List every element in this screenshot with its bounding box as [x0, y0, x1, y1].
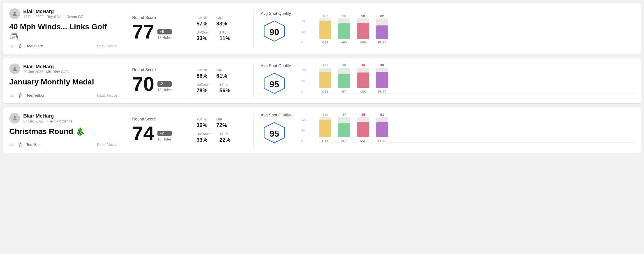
chart-bar-group: 87 APP [338, 117, 350, 143]
holes-text: 18 Holes [158, 88, 172, 92]
chart-section: 100 50 0 110 OTT 87 [306, 113, 635, 147]
gir-value: 83% [216, 20, 227, 27]
one-putt-stat: 1 Putt 56% [220, 83, 230, 94]
one-putt-stat: 1 Putt 22% [220, 132, 230, 143]
bag-icon: 🏌️ [18, 44, 23, 49]
weather-icon: ☁️ [9, 142, 14, 147]
bar-value: 107 [322, 14, 328, 18]
chart-bar-group: 98 ARG [357, 18, 369, 44]
holes-text: 18 Holes [158, 137, 172, 141]
user-info: Blair McHarg 29 Jan 2022 · Mill Ride GCC [9, 64, 118, 74]
updown-value: 33% [196, 35, 210, 41]
round-left-section: Blair McHarg 12 Feb 2022 · Royal North D… [9, 8, 118, 49]
quality-label: Avg Shot Quality [261, 64, 291, 68]
chart-bar-group: 107 OTT [320, 18, 331, 44]
bar-value: 96 [361, 63, 365, 67]
user-details: Blair McHarg 27 Dec 2021 · The Oxfordshi… [23, 113, 73, 124]
gir-value: 61% [216, 73, 227, 79]
svg-point-2 [14, 67, 16, 69]
score-label: Round Score [132, 68, 182, 72]
divider [253, 113, 254, 147]
avatar [9, 64, 20, 74]
score-number: 77 [132, 22, 154, 42]
divider [125, 8, 125, 49]
gir-stat: GIR 83% [216, 16, 227, 27]
score-number: 70 [132, 74, 154, 94]
fw-hit-label: FW Hit [196, 117, 207, 121]
bar-label: OTT [322, 40, 328, 44]
user-date: 27 Dec 2021 · The Oxfordshire [23, 119, 73, 124]
score-label: Round Score [132, 15, 182, 20]
user-name: Blair McHarg [23, 64, 69, 70]
divider [189, 113, 189, 147]
score-row: 74 +2 18 Holes [132, 124, 182, 143]
gir-label: GIR [216, 16, 227, 20]
one-putt-label: 1 Putt [220, 132, 230, 136]
chart-bar-group: 101 OTT [320, 68, 331, 94]
weather-icon: ☁️ [9, 44, 14, 49]
score-row: 70 -2 18 Holes [132, 74, 182, 94]
one-putt-label: 1 Putt [220, 30, 230, 34]
bag-icon: 🏌️ [18, 142, 23, 147]
divider [189, 8, 189, 49]
bar-value: 86 [342, 63, 346, 67]
bar-value: 110 [322, 113, 328, 117]
score-row: 77 +5 18 Holes [132, 22, 182, 42]
chart-bar-group: 96 ARG [357, 68, 369, 94]
divider [125, 64, 125, 98]
updown-label: Up/Down [196, 30, 210, 34]
user-name: Blair McHarg [23, 113, 73, 119]
round-card: Blair McHarg 12 Feb 2022 · Royal North D… [3, 3, 641, 54]
quality-label: Avg Shot Quality [261, 113, 291, 118]
hexagon-container: 95 [261, 120, 288, 147]
hexagon-container: 95 [261, 71, 288, 98]
fw-hit-label: FW Hit [196, 16, 207, 20]
bar-value: 95 [361, 113, 365, 117]
data-source: Data: Arccos [97, 44, 118, 48]
tee-label: Tee: Yellow [26, 94, 44, 98]
bar-value: 95 [342, 14, 346, 18]
bottom-row: ☁️ 🏌️ Tee: Black Data: Arccos [9, 44, 118, 49]
data-source: Data: Arccos [97, 143, 118, 147]
tee-info: ☁️ 🏌️ Tee: Blue [9, 142, 42, 147]
one-putt-value: 56% [220, 87, 230, 94]
bag-icon: 🏌️ [18, 93, 23, 98]
bar-label: OTT [322, 139, 328, 143]
score-number: 74 [132, 124, 154, 143]
svg-point-4 [14, 116, 16, 118]
stats-row-top: FW Hit 36% GIR 72% [196, 117, 246, 128]
chart-section: 100 50 0 107 OTT 95 [306, 8, 635, 49]
bar-value: 82 [380, 14, 384, 18]
user-icon [12, 10, 18, 17]
bar-label: ARG [360, 40, 366, 44]
fw-hit-stat: FW Hit 86% [196, 68, 207, 79]
quality-label: Avg Shot Quality [261, 11, 291, 16]
stats-row-bottom: Up/Down 78% 1 Putt 56% [196, 83, 246, 94]
quality-score: 95 [270, 129, 279, 139]
updown-stat: Up/Down 78% [196, 83, 210, 94]
round-left-section: Blair McHarg 27 Dec 2021 · The Oxfordshi… [9, 113, 118, 147]
gir-stat: GIR 72% [216, 117, 227, 128]
quality-score: 90 [270, 27, 279, 37]
bar-label: PUTT [378, 40, 386, 44]
stats-section: FW Hit 86% GIR 61% Up/Down 78% 1 Putt [196, 64, 246, 98]
one-putt-value: 11% [220, 35, 230, 41]
divider [253, 64, 254, 98]
bar-label: APP [341, 40, 348, 44]
stats-row-top: FW Hit 57% GIR 83% [196, 16, 246, 27]
gir-value: 72% [216, 122, 227, 128]
avatar [9, 8, 20, 19]
score-section: Round Score 74 +2 18 Holes [132, 113, 182, 147]
one-putt-label: 1 Putt [220, 83, 230, 87]
stats-row-bottom: Up/Down 33% 1 Putt 22% [196, 132, 246, 143]
updown-value: 33% [196, 137, 210, 143]
round-title: January Monthly Medal [9, 77, 118, 86]
score-section: Round Score 70 -2 18 Holes [132, 64, 182, 98]
chart-bar-group: 82 PUTT [376, 18, 388, 44]
fw-hit-value: 57% [196, 20, 207, 27]
gir-label: GIR [216, 68, 227, 72]
one-putt-value: 22% [220, 137, 230, 143]
fw-hit-label: FW Hit [196, 68, 207, 72]
score-badge: +2 [158, 130, 172, 136]
user-info: Blair McHarg 27 Dec 2021 · The Oxfordshi… [9, 113, 118, 124]
